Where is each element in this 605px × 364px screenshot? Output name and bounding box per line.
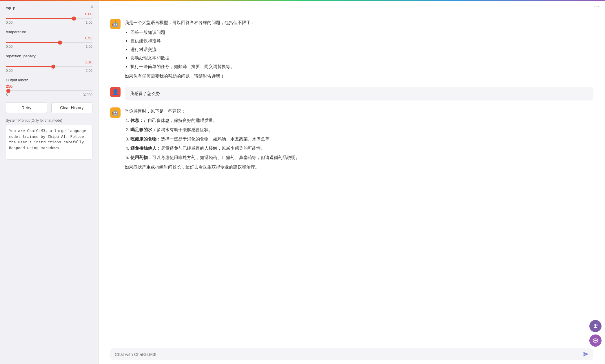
ai-cold-content: 当你感冒时，以下是一些建议： 休息：让自己多休息，保持良好的睡眠质量。 喝足够的… <box>125 107 593 171</box>
list-item: 协助处理文本和数据 <box>130 54 593 62</box>
top-p-slider[interactable] <box>6 18 92 19</box>
chat-input-area <box>99 344 605 364</box>
repetition-penalty-max: 2.00 <box>86 69 92 73</box>
repetition-penalty-min: 0.00 <box>6 69 12 73</box>
message-user-cold: 👤 我感冒了怎么办 <box>110 87 593 100</box>
list-item: 使用药物：可以考虑使用非处方药，如退烧药、止痛药、鼻塞药等，但请遵循药品说明。 <box>130 154 593 161</box>
user-avatar: 👤 <box>110 87 121 97</box>
chat-header: ⋯ <box>99 0 605 13</box>
top-p-value: 0.80 <box>85 12 92 16</box>
svg-point-4 <box>594 340 595 341</box>
list-item: 避免接触他人：尽量避免与已经感冒的人接触，以减少感染的可能性。 <box>130 145 593 152</box>
top-p-section: top_p 0.80 0.00 1.00 <box>6 6 92 25</box>
list-item: 喝足够的水：多喝水有助于缓解感冒症状。 <box>130 126 593 133</box>
top-p-max: 1.00 <box>86 21 92 25</box>
ai-intro-content: 我是一个大型语言模型，可以回答各种各样的问题，包括但不限于： 回答一般知识问题 … <box>125 19 593 80</box>
list-item: 执行一些简单的任务，如翻译、摘要、同义词替换等。 <box>130 63 593 70</box>
message-ai-intro: 🤖 我是一个大型语言模型，可以回答各种各样的问题，包括但不限于： 回答一般知识问… <box>110 19 593 80</box>
svg-text:+: + <box>597 324 598 327</box>
temperature-slider[interactable] <box>6 42 92 43</box>
repetition-penalty-value: 1.10 <box>85 60 92 64</box>
top-p-min: 0.00 <box>6 21 12 25</box>
list-item: 休息：让自己多休息，保持良好的睡眠质量。 <box>130 117 593 124</box>
sidebar: × top_p 0.80 0.00 1.00 temperature 0.95 … <box>0 0 99 364</box>
repetition-penalty-slider[interactable] <box>6 66 92 67</box>
top-p-label: top_p <box>6 6 92 10</box>
chat-input[interactable] <box>115 352 580 357</box>
ai-cold-intro: 当你感冒时，以下是一些建议： <box>125 107 593 115</box>
main-chat: ⋯ 🤖 我是一个大型语言模型，可以回答各种各样的问题，包括但不限于： 回答一般知… <box>99 0 605 364</box>
ai-intro-text: 我是一个大型语言模型，可以回答各种各样的问题，包括但不限于： <box>125 19 593 26</box>
list-item: 进行对话交流 <box>130 46 593 53</box>
output-length-slider[interactable] <box>6 90 92 91</box>
list-item: 吃健康的食物：选择一些易于消化的食物，如鸡汤、水煮蔬菜、水煮鱼等。 <box>130 136 593 142</box>
output-length-label: Output length <box>6 78 92 82</box>
temperature-min: 0.00 <box>6 45 12 49</box>
ai-avatar: 🤖 <box>110 19 121 29</box>
ai-avatar-2: 🤖 <box>110 107 121 118</box>
chat-messages: 🤖 我是一个大型语言模型，可以回答各种各样的问题，包括但不限于： 回答一般知识问… <box>99 13 605 344</box>
output-length-max: 32000 <box>83 93 92 97</box>
temperature-section: temperature 0.95 0.00 1.50 <box>6 30 92 49</box>
system-prompt-section: System Prompt (Only for chat mode) You a… <box>6 118 92 160</box>
output-length-section: Output length 256 5 32000 <box>6 78 92 97</box>
float-button-2[interactable] <box>589 334 602 347</box>
system-prompt-textarea[interactable]: You are ChatGLM3, a large language model… <box>6 125 92 160</box>
svg-point-6 <box>596 340 597 341</box>
repetition-penalty-section: repetition_penalty 1.10 0.00 2.00 <box>6 54 92 73</box>
output-length-min: 5 <box>6 93 8 97</box>
ai-intro-outro: 如果你有任何需要我的帮助的问题，请随时告诉我！ <box>125 72 593 80</box>
ai-cold-outro: 如果症状严重或持续时间较长，最好去看医生获得专业的建议和治疗。 <box>125 163 593 171</box>
user-cold-text: 我感冒了怎么办 <box>125 87 593 100</box>
temperature-value: 0.95 <box>85 36 92 40</box>
output-length-value: 256 <box>6 84 92 89</box>
chat-input-wrapper <box>110 348 593 360</box>
temperature-max: 1.50 <box>86 45 92 49</box>
svg-point-5 <box>595 340 596 341</box>
temperature-label: temperature <box>6 30 92 34</box>
clear-history-button[interactable]: Clear History <box>51 102 93 113</box>
message-ai-cold: 🤖 当你感冒时，以下是一些建议： 休息：让自己多休息，保持良好的睡眠质量。 喝足… <box>110 107 593 171</box>
system-prompt-label: System Prompt (Only for chat mode) <box>6 118 92 122</box>
svg-point-0 <box>594 324 596 326</box>
more-options-button[interactable]: ⋯ <box>594 3 600 10</box>
repetition-penalty-label: repetition_penalty <box>6 54 92 58</box>
float-buttons: + <box>589 320 602 347</box>
list-item: 提供建议和指导 <box>130 37 593 45</box>
send-button[interactable] <box>583 351 589 357</box>
float-button-1[interactable]: + <box>589 320 602 332</box>
close-button[interactable]: × <box>90 4 94 9</box>
list-item: 回答一般知识问题 <box>130 29 593 36</box>
retry-button[interactable]: Retry <box>6 102 47 113</box>
action-buttons: Retry Clear History <box>6 102 92 113</box>
